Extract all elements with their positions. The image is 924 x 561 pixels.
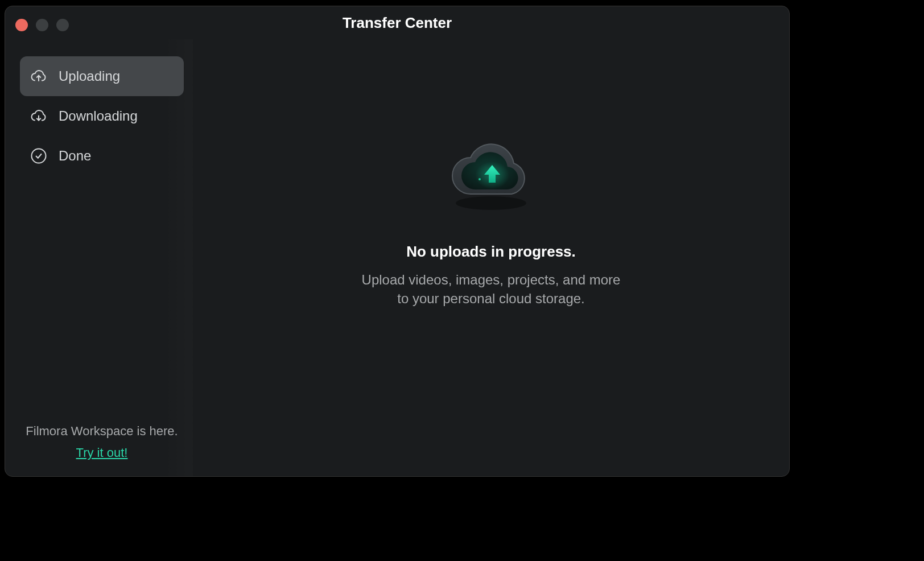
sidebar-item-downloading[interactable]: Downloading bbox=[20, 96, 184, 136]
try-it-out-link[interactable]: Try it out! bbox=[76, 446, 128, 460]
window-controls bbox=[15, 19, 69, 31]
maximize-window-button[interactable] bbox=[56, 19, 69, 31]
minimize-window-button[interactable] bbox=[36, 19, 48, 31]
titlebar: Transfer Center bbox=[5, 6, 789, 39]
check-circle-icon bbox=[30, 147, 47, 164]
svg-point-0 bbox=[32, 149, 46, 163]
sidebar-item-label: Done bbox=[59, 148, 91, 164]
svg-point-3 bbox=[478, 178, 481, 180]
workspace-promo: Filmora Workspace is here. Try it out! bbox=[20, 424, 184, 464]
cloud-download-icon bbox=[30, 108, 47, 125]
window-title: Transfer Center bbox=[343, 14, 452, 32]
cloud-upload-icon bbox=[30, 68, 47, 85]
empty-state-title: No uploads in progress. bbox=[406, 243, 576, 261]
empty-state-cloud-upload-icon bbox=[446, 139, 537, 216]
sidebar-item-uploading[interactable]: Uploading bbox=[20, 56, 184, 96]
sidebar: Uploading Downloading bbox=[5, 39, 193, 476]
transfer-center-window: Transfer Center Uploading bbox=[5, 6, 790, 477]
promo-text: Filmora Workspace is here. bbox=[20, 424, 184, 439]
svg-point-1 bbox=[456, 196, 526, 210]
sidebar-item-label: Downloading bbox=[59, 108, 138, 124]
sidebar-item-label: Uploading bbox=[59, 68, 120, 84]
close-window-button[interactable] bbox=[15, 19, 28, 31]
sidebar-item-done[interactable]: Done bbox=[20, 136, 184, 176]
empty-state-subtitle: Upload videos, images, projects, and mor… bbox=[362, 271, 621, 308]
main-content: No uploads in progress. Upload videos, i… bbox=[193, 39, 789, 476]
